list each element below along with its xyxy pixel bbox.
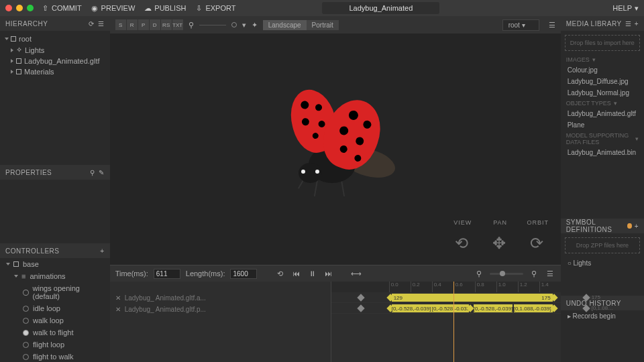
mesh-icon xyxy=(16,58,21,64)
mode-r[interactable]: R xyxy=(127,19,138,30)
symbols-dropzone[interactable]: Drop ZPP files here xyxy=(565,237,640,253)
hierarchy-header: HIERARCHY ⟳ ☰ xyxy=(0,16,110,31)
zoom-out-icon[interactable]: ⚲ xyxy=(474,268,484,279)
view-button[interactable]: ⟲ xyxy=(448,230,475,257)
radio-icon xyxy=(23,290,29,296)
export-button[interactable]: ⇩EXPORT xyxy=(195,4,235,12)
download-icon: ⇩ xyxy=(195,5,203,12)
menu-icon[interactable]: ☰ xyxy=(545,268,555,279)
zoom-slider[interactable] xyxy=(490,273,523,275)
zoom-handle[interactable] xyxy=(231,22,237,27)
refresh-icon[interactable]: ⟳ xyxy=(89,20,95,27)
pause-button[interactable]: ⏸ xyxy=(307,268,317,279)
publish-button[interactable]: ☁PUBLISH xyxy=(144,4,186,12)
settings-icon[interactable]: ✦ xyxy=(252,21,258,29)
close-icon[interactable] xyxy=(5,5,12,11)
orbit-button[interactable]: ⟳ xyxy=(523,230,550,257)
landscape-button[interactable]: Landscape xyxy=(263,20,307,30)
ctrl-item-2[interactable]: walk loop xyxy=(0,314,110,326)
collapse-button[interactable]: ⟷ xyxy=(351,268,362,279)
expand-icon xyxy=(14,275,18,278)
search-icon[interactable]: ⚲ xyxy=(189,21,194,29)
ctrl-item-5[interactable]: flight to walk xyxy=(0,351,110,362)
minimize-icon[interactable] xyxy=(16,5,23,11)
menu-icon[interactable]: ☰ xyxy=(98,20,105,27)
document-title[interactable]: Ladybug_Animated xyxy=(322,2,439,14)
time-input[interactable] xyxy=(154,269,180,279)
loop-button[interactable]: ⟲ xyxy=(274,268,285,279)
symbol-item[interactable]: ○ Lights xyxy=(561,257,644,269)
timeline-tracks[interactable]: 0.0 0.2 0.4 0.6 0.8 1.0 1.2 1.4 129175 xyxy=(331,282,561,362)
eye-icon: ◉ xyxy=(91,5,99,12)
radio-icon xyxy=(23,330,29,336)
plus-icon[interactable]: + xyxy=(635,223,639,230)
mode-rs[interactable]: RS xyxy=(161,19,172,30)
root-selector[interactable]: root ▾ xyxy=(502,19,539,31)
keyframe-icon[interactable] xyxy=(357,304,364,312)
search-icon[interactable]: ⚲ xyxy=(90,169,95,176)
help-button[interactable]: HELP▾ xyxy=(612,4,639,13)
keyframe-icon[interactable] xyxy=(357,294,364,301)
properties-panel xyxy=(0,180,110,243)
menu-icon[interactable]: ☰ xyxy=(549,21,555,29)
view-controls: VIEW⟲ PAN✥ ORBIT⟳ xyxy=(448,219,553,257)
ctrl-item-4[interactable]: flight loop xyxy=(0,339,110,351)
mode-buttons: S R P D RS TXT xyxy=(115,19,183,30)
upload-icon: ⇧ xyxy=(42,5,49,12)
ctrl-animations[interactable]: ≡animations xyxy=(0,270,110,282)
media-item[interactable]: Ladybug_Animated.gltf xyxy=(561,108,644,119)
media-item[interactable]: Plane xyxy=(561,119,644,131)
keyframe-bar[interactable]: [0,1.088,-0.039] xyxy=(514,304,553,312)
ctrl-base[interactable]: base xyxy=(0,258,110,270)
support-section[interactable]: MODEL SUPPORTING DATA FILES▾ xyxy=(561,131,644,147)
skip-forward-button[interactable]: ⏭ xyxy=(323,268,333,279)
tree-root[interactable]: root xyxy=(0,34,110,44)
tree-materials[interactable]: Materials xyxy=(0,66,110,77)
radio-icon xyxy=(23,342,29,348)
plus-icon[interactable]: + xyxy=(635,20,639,27)
keyframe-bar[interactable]: 129175 xyxy=(392,294,553,302)
keyframe-bar[interactable]: [0,-0.528,-0.039] xyxy=(392,304,432,312)
time-label: Time(ms): xyxy=(115,269,148,278)
ctrl-item-1[interactable]: idle loop xyxy=(0,302,110,314)
media-item[interactable]: Ladybug_Normal.jpg xyxy=(561,87,644,99)
preview-button[interactable]: ◉PREVIEW xyxy=(91,4,136,12)
media-item[interactable]: Colour.jpg xyxy=(561,64,644,76)
keyframe-bar[interactable]: [0,-0.528,-0.039] xyxy=(474,304,513,312)
objtypes-section[interactable]: OBJECT TYPES▾ xyxy=(561,99,644,108)
tree-lights[interactable]: ✧Lights xyxy=(0,44,110,56)
edit-icon[interactable]: ✎ xyxy=(99,169,105,176)
plus-icon[interactable]: + xyxy=(100,247,104,255)
mode-d[interactable]: D xyxy=(150,19,160,30)
dropdown-icon[interactable]: ▾ xyxy=(242,21,246,29)
tree-model[interactable]: Ladybug_Animated.gltf xyxy=(0,56,110,66)
radio-icon xyxy=(23,318,29,324)
viewport-3d[interactable]: VIEW⟲ PAN✥ ORBIT⟳ xyxy=(110,34,561,265)
media-item[interactable]: Ladybug_Diffuse.jpg xyxy=(561,76,644,87)
undo-item[interactable]: ▸ Records begin xyxy=(561,310,644,322)
skip-back-button[interactable]: ⏮ xyxy=(290,268,301,279)
media-item[interactable]: Ladybug_Animated.bin xyxy=(561,147,644,158)
list-icon[interactable]: ☰ xyxy=(625,20,632,27)
track-2-name[interactable]: ✕Ladybug_ Animated.gltf.p... xyxy=(110,304,331,315)
ctrl-item-3[interactable]: walk to flight xyxy=(0,326,110,339)
media-dropzone[interactable]: Drop files to import here xyxy=(565,35,640,51)
track-1-name[interactable]: ✕Ladybug_ Animated.gltf.a... xyxy=(110,292,331,304)
chevron-down-icon: ▾ xyxy=(635,4,639,13)
mode-p[interactable]: P xyxy=(138,19,149,30)
portrait-button[interactable]: Portrait xyxy=(307,20,339,30)
maximize-icon[interactable] xyxy=(27,5,34,11)
keyframe-bar[interactable]: [0,-0.528,-0.039] xyxy=(432,304,469,312)
mode-txt[interactable]: TXT xyxy=(172,19,183,30)
zoom-in-icon[interactable]: ⚲ xyxy=(529,268,539,279)
layers-icon: ≡ xyxy=(21,272,25,280)
length-input[interactable] xyxy=(230,269,257,279)
commit-button[interactable]: ⇧COMMIT xyxy=(42,4,82,12)
zoom-slider[interactable] xyxy=(199,25,226,25)
ctrl-item-0[interactable]: wings opening (default) xyxy=(0,282,110,302)
mode-s[interactable]: S xyxy=(115,19,126,30)
playhead[interactable] xyxy=(453,282,454,362)
view-label: VIEW xyxy=(448,219,478,226)
images-section[interactable]: IMAGES▾ xyxy=(561,55,644,64)
pan-button[interactable]: ✥ xyxy=(486,230,513,257)
